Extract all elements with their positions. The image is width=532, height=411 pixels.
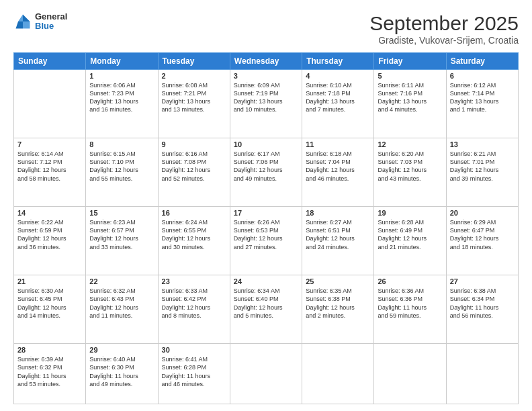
- day-header-friday: Friday: [374, 53, 446, 70]
- day-number: 3: [234, 72, 298, 80]
- calendar-cell: 11Sunrise: 6:18 AM Sunset: 7:04 PM Dayli…: [302, 138, 374, 207]
- cell-content: Sunrise: 6:14 AM Sunset: 7:12 PM Dayligh…: [17, 150, 82, 183]
- header: General Blue September 2025 Gradiste, Vu…: [13, 12, 519, 46]
- day-number: 13: [450, 140, 515, 148]
- day-number: 19: [378, 209, 442, 217]
- cell-content: Sunrise: 6:26 AM Sunset: 6:53 PM Dayligh…: [234, 218, 298, 251]
- day-number: 30: [162, 346, 226, 354]
- calendar-cell: [302, 344, 374, 404]
- calendar-cell: [446, 344, 518, 404]
- calendar-cell: 19Sunrise: 6:28 AM Sunset: 6:49 PM Dayli…: [374, 207, 446, 275]
- cell-content: Sunrise: 6:41 AM Sunset: 6:28 PM Dayligh…: [162, 355, 226, 388]
- calendar-cell: 25Sunrise: 6:35 AM Sunset: 6:38 PM Dayli…: [302, 275, 374, 344]
- cell-content: Sunrise: 6:15 AM Sunset: 7:10 PM Dayligh…: [89, 150, 154, 183]
- calendar-header-row: SundayMondayTuesdayWednesdayThursdayFrid…: [14, 53, 519, 70]
- calendar-week-1: 1Sunrise: 6:06 AM Sunset: 7:23 PM Daylig…: [14, 70, 519, 138]
- calendar-cell: 5Sunrise: 6:11 AM Sunset: 7:16 PM Daylig…: [374, 70, 446, 138]
- day-number: 18: [306, 209, 370, 217]
- cell-content: Sunrise: 6:29 AM Sunset: 6:47 PM Dayligh…: [450, 218, 515, 251]
- calendar-cell: 16Sunrise: 6:24 AM Sunset: 6:55 PM Dayli…: [158, 207, 230, 275]
- day-number: 8: [89, 140, 154, 148]
- day-number: 12: [378, 140, 442, 148]
- calendar-week-3: 14Sunrise: 6:22 AM Sunset: 6:59 PM Dayli…: [14, 207, 519, 275]
- cell-content: Sunrise: 6:20 AM Sunset: 7:03 PM Dayligh…: [378, 150, 442, 183]
- calendar-cell: 23Sunrise: 6:33 AM Sunset: 6:42 PM Dayli…: [158, 275, 230, 344]
- calendar-cell: [374, 344, 446, 404]
- calendar-cell: 29Sunrise: 6:40 AM Sunset: 6:30 PM Dayli…: [86, 344, 158, 404]
- day-number: 26: [378, 277, 442, 285]
- day-number: 25: [306, 277, 370, 285]
- cell-content: Sunrise: 6:32 AM Sunset: 6:43 PM Dayligh…: [89, 287, 154, 320]
- calendar-cell: 13Sunrise: 6:21 AM Sunset: 7:01 PM Dayli…: [446, 138, 518, 207]
- cell-content: Sunrise: 6:36 AM Sunset: 6:36 PM Dayligh…: [378, 287, 442, 320]
- cell-content: Sunrise: 6:06 AM Sunset: 7:23 PM Dayligh…: [89, 81, 154, 114]
- cell-content: Sunrise: 6:34 AM Sunset: 6:40 PM Dayligh…: [234, 287, 298, 320]
- logo-general: General: [35, 12, 67, 21]
- calendar: SundayMondayTuesdayWednesdayThursdayFrid…: [13, 52, 519, 404]
- calendar-cell: 3Sunrise: 6:09 AM Sunset: 7:19 PM Daylig…: [230, 70, 302, 138]
- cell-content: Sunrise: 6:30 AM Sunset: 6:45 PM Dayligh…: [17, 287, 82, 320]
- cell-content: Sunrise: 6:23 AM Sunset: 6:57 PM Dayligh…: [89, 218, 154, 251]
- page: General Blue September 2025 Gradiste, Vu…: [0, 0, 532, 411]
- cell-content: Sunrise: 6:40 AM Sunset: 6:30 PM Dayligh…: [89, 355, 154, 388]
- cell-content: Sunrise: 6:17 AM Sunset: 7:06 PM Dayligh…: [234, 150, 298, 183]
- svg-marker-1: [18, 15, 23, 22]
- cell-content: Sunrise: 6:16 AM Sunset: 7:08 PM Dayligh…: [162, 150, 226, 183]
- cell-content: Sunrise: 6:12 AM Sunset: 7:14 PM Dayligh…: [450, 81, 515, 114]
- svg-marker-2: [16, 21, 24, 29]
- calendar-cell: 1Sunrise: 6:06 AM Sunset: 7:23 PM Daylig…: [86, 70, 158, 138]
- day-header-saturday: Saturday: [446, 53, 518, 70]
- logo: General Blue: [13, 12, 67, 32]
- calendar-cell: 17Sunrise: 6:26 AM Sunset: 6:53 PM Dayli…: [230, 207, 302, 275]
- day-number: 10: [234, 140, 298, 148]
- day-number: 22: [89, 277, 154, 285]
- cell-content: Sunrise: 6:28 AM Sunset: 6:49 PM Dayligh…: [378, 218, 442, 251]
- day-number: 21: [17, 277, 82, 285]
- cell-content: Sunrise: 6:35 AM Sunset: 6:38 PM Dayligh…: [306, 287, 370, 320]
- cell-content: Sunrise: 6:39 AM Sunset: 6:32 PM Dayligh…: [17, 355, 82, 388]
- cell-content: Sunrise: 6:33 AM Sunset: 6:42 PM Dayligh…: [162, 287, 226, 320]
- day-number: 23: [162, 277, 226, 285]
- cell-content: Sunrise: 6:18 AM Sunset: 7:04 PM Dayligh…: [306, 150, 370, 183]
- day-header-monday: Monday: [86, 53, 158, 70]
- day-number: 16: [162, 209, 226, 217]
- calendar-cell: 24Sunrise: 6:34 AM Sunset: 6:40 PM Dayli…: [230, 275, 302, 344]
- calendar-cell: 12Sunrise: 6:20 AM Sunset: 7:03 PM Dayli…: [374, 138, 446, 207]
- calendar-cell: 26Sunrise: 6:36 AM Sunset: 6:36 PM Dayli…: [374, 275, 446, 344]
- cell-content: Sunrise: 6:27 AM Sunset: 6:51 PM Dayligh…: [306, 218, 370, 251]
- calendar-week-2: 7Sunrise: 6:14 AM Sunset: 7:12 PM Daylig…: [14, 138, 519, 207]
- cell-content: Sunrise: 6:11 AM Sunset: 7:16 PM Dayligh…: [378, 81, 442, 114]
- cell-content: Sunrise: 6:38 AM Sunset: 6:34 PM Dayligh…: [450, 287, 515, 320]
- day-header-sunday: Sunday: [14, 53, 86, 70]
- calendar-cell: [14, 70, 86, 138]
- calendar-week-5: 28Sunrise: 6:39 AM Sunset: 6:32 PM Dayli…: [14, 344, 519, 404]
- day-number: 9: [162, 140, 226, 148]
- calendar-cell: 7Sunrise: 6:14 AM Sunset: 7:12 PM Daylig…: [14, 138, 86, 207]
- day-number: 2: [162, 72, 226, 80]
- day-number: 7: [17, 140, 82, 148]
- calendar-cell: 10Sunrise: 6:17 AM Sunset: 7:06 PM Dayli…: [230, 138, 302, 207]
- cell-content: Sunrise: 6:09 AM Sunset: 7:19 PM Dayligh…: [234, 81, 298, 114]
- calendar-cell: 4Sunrise: 6:10 AM Sunset: 7:18 PM Daylig…: [302, 70, 374, 138]
- logo-icon: [13, 12, 32, 31]
- calendar-cell: 22Sunrise: 6:32 AM Sunset: 6:43 PM Dayli…: [86, 275, 158, 344]
- day-number: 17: [234, 209, 298, 217]
- calendar-cell: 15Sunrise: 6:23 AM Sunset: 6:57 PM Dayli…: [86, 207, 158, 275]
- cell-content: Sunrise: 6:22 AM Sunset: 6:59 PM Dayligh…: [17, 218, 82, 251]
- location: Gradiste, Vukovar-Srijem, Croatia: [369, 35, 519, 46]
- calendar-cell: 20Sunrise: 6:29 AM Sunset: 6:47 PM Dayli…: [446, 207, 518, 275]
- logo-text: General Blue: [35, 12, 67, 32]
- day-number: 28: [17, 346, 82, 354]
- calendar-cell: 6Sunrise: 6:12 AM Sunset: 7:14 PM Daylig…: [446, 70, 518, 138]
- calendar-week-4: 21Sunrise: 6:30 AM Sunset: 6:45 PM Dayli…: [14, 275, 519, 344]
- day-number: 14: [17, 209, 82, 217]
- cell-content: Sunrise: 6:21 AM Sunset: 7:01 PM Dayligh…: [450, 150, 515, 183]
- day-number: 27: [450, 277, 515, 285]
- day-number: 24: [234, 277, 298, 285]
- calendar-cell: 2Sunrise: 6:08 AM Sunset: 7:21 PM Daylig…: [158, 70, 230, 138]
- day-number: 15: [89, 209, 154, 217]
- calendar-cell: 9Sunrise: 6:16 AM Sunset: 7:08 PM Daylig…: [158, 138, 230, 207]
- calendar-cell: [230, 344, 302, 404]
- calendar-cell: 30Sunrise: 6:41 AM Sunset: 6:28 PM Dayli…: [158, 344, 230, 404]
- cell-content: Sunrise: 6:08 AM Sunset: 7:21 PM Dayligh…: [162, 81, 226, 114]
